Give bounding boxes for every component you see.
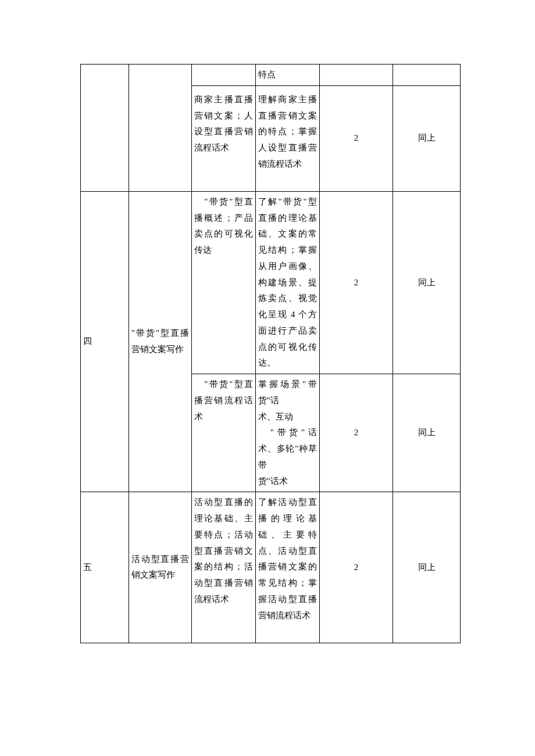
cell-col4: 了解活动型直播的理论基础、主要特点、活动型直播营销文案的常见结构；掌握活动型直播… xyxy=(256,492,320,643)
cell-col3: 商家主播直播营销文案；人设型直播营销流程话术 xyxy=(192,85,256,191)
cell-col5: 2 xyxy=(320,374,393,492)
cell-col4: 掌握场景"带 货"话 术、互动 "带货"话术、多轮"种草带 货"话术 xyxy=(256,374,320,492)
cell-col1: 五 xyxy=(81,492,129,643)
cell-col2 xyxy=(129,65,192,192)
cell-col5: 2 xyxy=(320,85,393,191)
cell-col5: 2 xyxy=(320,492,393,643)
cell-col3 xyxy=(192,65,256,86)
table-row: 五 活动型直播营销文案写作 活动型直播的理论基础、主要特点；活动型直播营销文案的… xyxy=(81,492,461,643)
cell-col1: 四 xyxy=(81,191,129,492)
cell-col4: 特点 xyxy=(256,65,320,86)
cell-col6: 同上 xyxy=(393,492,461,643)
cell-col4: 理解商家主播直播营销文案的特点；掌握人设型直播营销流程话术 xyxy=(256,85,320,191)
cell-col5: 2 xyxy=(320,191,393,374)
cell-col6: 同上 xyxy=(393,374,461,492)
table-row: 四 "带货"型直播营销文案写作 "带货"型直播概述；产品卖点的可视化传达 了解"… xyxy=(81,191,461,374)
cell-col5 xyxy=(320,65,393,86)
cell-col6: 同上 xyxy=(393,191,461,374)
cell-col2: "带货"型直播营销文案写作 xyxy=(129,191,192,492)
cell-col6: 同上 xyxy=(393,85,461,191)
curriculum-table: 特点 商家主播直播营销文案；人设型直播营销流程话术 理解商家主播直播营销文案的特… xyxy=(80,64,461,643)
cell-col1 xyxy=(81,65,129,192)
table-row: 特点 xyxy=(81,65,461,86)
document-page: 特点 商家主播直播营销文案；人设型直播营销流程话术 理解商家主播直播营销文案的特… xyxy=(0,0,535,643)
cell-col2: 活动型直播营销文案写作 xyxy=(129,492,192,643)
cell-col3: "带货"型直播概述；产品卖点的可视化传达 xyxy=(192,191,256,374)
cell-col6 xyxy=(393,65,461,86)
cell-col3: "带货"型直播营销流程话术 xyxy=(192,374,256,492)
cell-col3: 活动型直播的理论基础、主要特点；活动型直播营销文案的结构；活动型直播营销流程话术 xyxy=(192,492,256,643)
cell-col4: 了解"带货"型直播的理论基础、文案的常见结构；掌握从用户画像、构建场景、提炼卖点… xyxy=(256,191,320,374)
